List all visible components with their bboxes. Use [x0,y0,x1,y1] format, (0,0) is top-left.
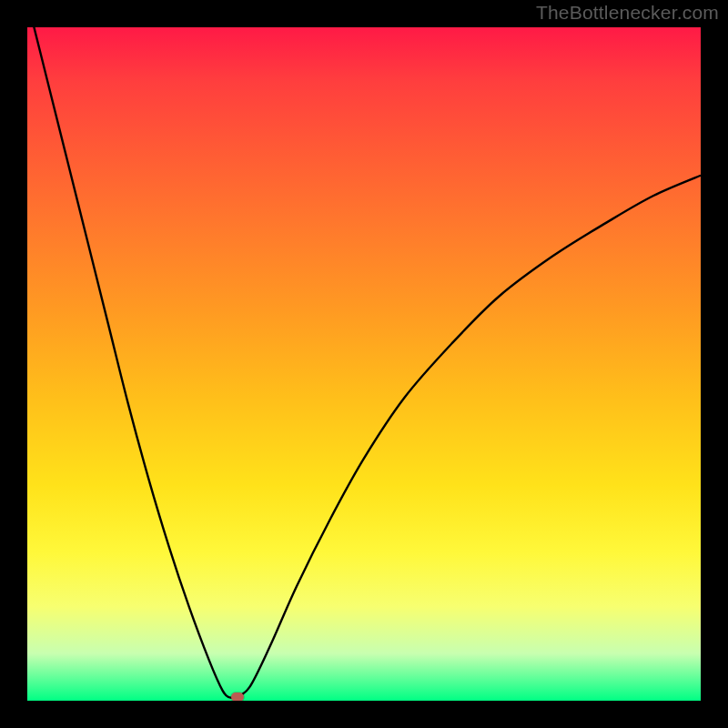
bottleneck-curve [27,27,701,698]
curve-svg [27,27,701,701]
watermark-text: TheBottlenecker.com [536,2,719,24]
optimum-marker [231,693,244,701]
chart-frame: TheBottlenecker.com [0,0,728,728]
plot-area [27,27,701,701]
